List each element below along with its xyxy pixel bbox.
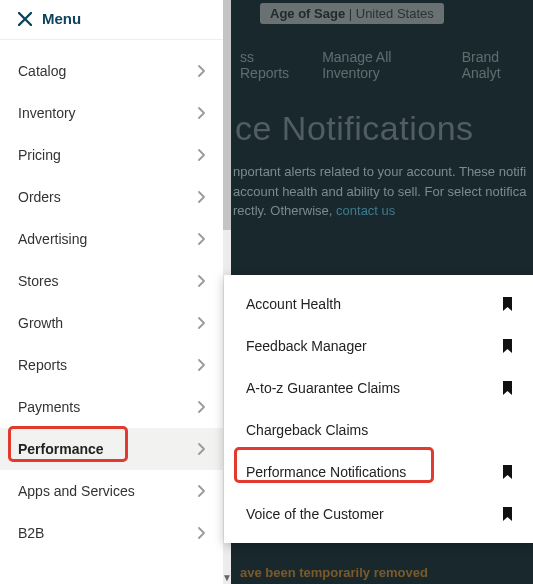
sidebar-item-apps-and-services[interactable]: Apps and Services: [0, 470, 223, 512]
submenu-item-chargeback-claims[interactable]: Chargeback Claims: [224, 409, 533, 451]
chevron-right-icon: [197, 443, 205, 455]
chevron-right-icon: [197, 401, 205, 413]
sidebar-item-label: Pricing: [18, 147, 61, 163]
performance-submenu: Account HealthFeedback ManagerA-to-z Gua…: [224, 275, 533, 543]
bookmark-icon[interactable]: [502, 297, 513, 311]
scroll-down-arrow[interactable]: ▼: [222, 572, 232, 583]
menu-label: Menu: [42, 10, 81, 27]
submenu-item-feedback-manager[interactable]: Feedback Manager: [224, 325, 533, 367]
sidebar-item-stores[interactable]: Stores: [0, 260, 223, 302]
page-title: ce Notifications: [235, 109, 533, 148]
sidebar-item-label: Catalog: [18, 63, 66, 79]
bookmark-icon[interactable]: [502, 507, 513, 521]
sidebar-item-label: Advertising: [18, 231, 87, 247]
chevron-right-icon: [197, 485, 205, 497]
submenu-item-account-health[interactable]: Account Health: [224, 283, 533, 325]
menu-header: Menu: [0, 0, 223, 40]
removed-banner: ave been temporarily removed: [240, 565, 428, 580]
sidebar-item-payments[interactable]: Payments: [0, 386, 223, 428]
close-icon[interactable]: [18, 12, 32, 26]
contact-us-link[interactable]: contact us: [336, 203, 395, 218]
sidebar-item-b2b[interactable]: B2B: [0, 512, 223, 554]
sidebar-item-label: Growth: [18, 315, 63, 331]
submenu-item-label: A-to-z Guarantee Claims: [246, 380, 400, 396]
sidebar-item-reports[interactable]: Reports: [0, 344, 223, 386]
chevron-right-icon: [197, 527, 205, 539]
chevron-right-icon: [197, 149, 205, 161]
sidebar-item-catalog[interactable]: Catalog: [0, 50, 223, 92]
chevron-right-icon: [197, 65, 205, 77]
chevron-right-icon: [197, 233, 205, 245]
menu-list: CatalogInventoryPricingOrdersAdvertising…: [0, 40, 223, 564]
main-menu-drawer: Menu CatalogInventoryPricingOrdersAdvert…: [0, 0, 224, 584]
chevron-right-icon: [197, 191, 205, 203]
sidebar-item-label: Reports: [18, 357, 67, 373]
submenu-item-label: Voice of the Customer: [246, 506, 384, 522]
sidebar-item-label: Inventory: [18, 105, 76, 121]
bookmark-icon[interactable]: [502, 381, 513, 395]
page-description: nportant alerts related to your account.…: [233, 162, 533, 221]
submenu-item-label: Feedback Manager: [246, 338, 367, 354]
sidebar-item-orders[interactable]: Orders: [0, 176, 223, 218]
sidebar-item-performance[interactable]: Performance: [0, 428, 223, 470]
sidebar-item-growth[interactable]: Growth: [0, 302, 223, 344]
chevron-right-icon: [197, 359, 205, 371]
submenu-item-label: Chargeback Claims: [246, 422, 368, 438]
sidebar-item-label: Apps and Services: [18, 483, 135, 499]
sidebar-item-label: Performance: [18, 441, 104, 457]
sidebar-item-label: Stores: [18, 273, 58, 289]
bookmark-icon[interactable]: [502, 465, 513, 479]
menu-scroll-area: CatalogInventoryPricingOrdersAdvertising…: [0, 40, 223, 584]
submenu-item-label: Performance Notifications: [246, 464, 406, 480]
sidebar-item-pricing[interactable]: Pricing: [0, 134, 223, 176]
sidebar-item-label: B2B: [18, 525, 44, 541]
chevron-right-icon: [197, 317, 205, 329]
submenu-item-voice-of-the-customer[interactable]: Voice of the Customer: [224, 493, 533, 535]
sidebar-item-inventory[interactable]: Inventory: [0, 92, 223, 134]
submenu-item-a-to-z-guarantee-claims[interactable]: A-to-z Guarantee Claims: [224, 367, 533, 409]
chevron-right-icon: [197, 275, 205, 287]
sidebar-item-label: Orders: [18, 189, 61, 205]
sidebar-item-advertising[interactable]: Advertising: [0, 218, 223, 260]
submenu-item-label: Account Health: [246, 296, 341, 312]
scrollbar-thumb[interactable]: [223, 0, 231, 230]
submenu-item-performance-notifications[interactable]: Performance Notifications: [224, 451, 533, 493]
chevron-right-icon: [197, 107, 205, 119]
bookmark-icon[interactable]: [502, 339, 513, 353]
sidebar-item-label: Payments: [18, 399, 80, 415]
